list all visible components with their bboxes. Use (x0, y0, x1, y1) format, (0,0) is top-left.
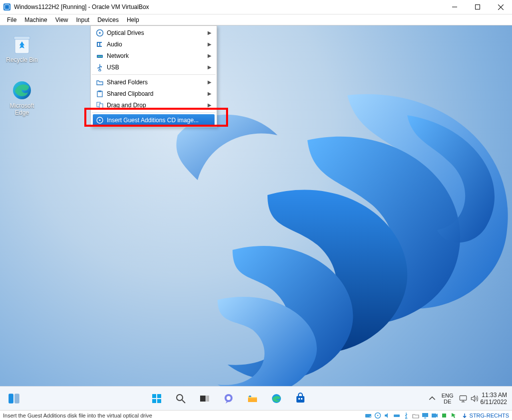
close-button[interactable] (489, 0, 512, 14)
maximize-button[interactable] (466, 0, 489, 14)
store-button[interactable] (290, 389, 310, 409)
svg-point-33 (177, 395, 183, 401)
submenu-arrow-icon: ▶ (208, 53, 214, 58)
svg-point-18 (101, 56, 102, 57)
menu-item-shared-clipboard[interactable]: Shared Clipboard▶ (91, 88, 217, 99)
svg-rect-2 (5, 5, 9, 9)
submenu-arrow-icon: ▶ (208, 91, 214, 96)
window-title: Windows1122H2 [Running] - Oracle VM Virt… (14, 3, 443, 10)
svg-rect-55 (432, 414, 436, 418)
svg-rect-35 (200, 396, 206, 402)
edge-taskbar-button[interactable] (266, 389, 286, 409)
vb-audio-icon[interactable] (383, 412, 391, 420)
svg-line-34 (182, 400, 185, 403)
recycle-bin-icon (11, 33, 33, 55)
guest-desktop[interactable]: Recycle Bin Microsoft Edge Optical Drive… (0, 25, 512, 410)
svg-point-26 (99, 119, 101, 121)
search-button[interactable] (171, 389, 191, 409)
svg-rect-45 (460, 396, 467, 400)
usb-icon (94, 63, 106, 71)
svg-rect-53 (422, 413, 428, 417)
svg-rect-40 (249, 396, 251, 397)
language-indicator[interactable]: ENG DE (439, 393, 457, 405)
menu-separator (92, 112, 216, 113)
svg-point-11 (99, 32, 101, 34)
submenu-arrow-icon: ▶ (208, 64, 214, 70)
submenu-arrow-icon: ▶ (208, 41, 214, 47)
vb-optical-icon[interactable] (374, 412, 382, 420)
submenu-arrow-icon: ▶ (208, 79, 214, 85)
desktop-icon-label: Recycle Bin (3, 56, 41, 63)
minimize-button[interactable] (443, 0, 466, 14)
statusbar-hint: Insert the Guest Additions disk file int… (0, 413, 364, 419)
menu-help[interactable]: Help (123, 15, 143, 24)
clock[interactable]: 11:33 AM 6/11/2022 (481, 392, 507, 406)
edge-icon (11, 79, 33, 101)
svg-rect-29 (152, 394, 156, 398)
svg-rect-39 (248, 398, 257, 402)
menu-item-insert-guest-additions[interactable]: Insert Guest Additions CD image... (93, 114, 215, 126)
network-icon (94, 52, 106, 60)
menu-item-usb[interactable]: USB▶ (91, 61, 217, 73)
statusbar-indicators (364, 412, 460, 420)
vb-sharedfolder-icon[interactable] (412, 412, 420, 420)
devices-menu-dropdown: Optical Drives▶ Audio▶ Network▶ USB▶ Sha… (90, 25, 217, 127)
vb-harddisk-icon[interactable] (364, 412, 372, 420)
virtualbox-statusbar: Insert the Guest Additions disk file int… (0, 410, 512, 420)
submenu-arrow-icon: ▶ (208, 102, 214, 108)
menu-item-audio[interactable]: Audio▶ (91, 38, 217, 50)
svg-rect-32 (157, 399, 161, 403)
svg-rect-8 (14, 36, 30, 39)
clipboard-icon (94, 90, 106, 98)
taskview-button[interactable] (195, 389, 215, 409)
menu-view[interactable]: View (51, 15, 72, 24)
widgets-button[interactable] (4, 389, 24, 409)
svg-rect-44 (301, 398, 302, 400)
svg-point-49 (370, 416, 371, 417)
menu-devices[interactable]: Devices (93, 15, 123, 24)
menu-item-shared-folders[interactable]: Shared Folders▶ (91, 76, 217, 88)
vb-display-icon[interactable] (421, 412, 429, 420)
vb-recording-icon[interactable] (431, 412, 439, 420)
svg-rect-20 (98, 67, 99, 68)
menu-item-drag-and-drop[interactable]: Drag and Drop▶ (91, 99, 217, 111)
desktop-icon-edge[interactable]: Microsoft Edge (3, 79, 41, 116)
dragdrop-icon (94, 101, 106, 109)
svg-rect-24 (99, 104, 103, 108)
vb-network-icon[interactable] (393, 412, 401, 420)
svg-rect-43 (298, 398, 300, 400)
menu-file[interactable]: File (3, 15, 20, 24)
svg-rect-28 (14, 394, 19, 404)
audio-icon (94, 40, 106, 48)
svg-point-17 (99, 56, 100, 57)
menu-machine[interactable]: Machine (20, 15, 51, 24)
submenu-arrow-icon: ▶ (208, 30, 214, 35)
chat-button[interactable] (219, 389, 239, 409)
start-button[interactable] (147, 389, 167, 409)
host-key-indicator[interactable]: STRG-RECHTS (460, 413, 512, 419)
vb-cpu-icon[interactable] (440, 412, 448, 420)
svg-point-38 (227, 396, 231, 400)
menu-input[interactable]: Input (72, 15, 94, 24)
disc-insert-icon (94, 116, 106, 124)
svg-point-19 (101, 66, 102, 67)
svg-rect-30 (157, 394, 161, 398)
vb-usb-icon[interactable] (402, 412, 410, 420)
network-tray-icon[interactable] (459, 394, 468, 403)
svg-point-51 (377, 415, 379, 416)
menubar: File Machine View Input Devices Help (0, 14, 512, 25)
svg-rect-14 (100, 43, 102, 46)
menu-item-optical-drives[interactable]: Optical Drives▶ (91, 27, 217, 38)
titlebar: Windows1122H2 [Running] - Oracle VM Virt… (0, 0, 512, 14)
explorer-button[interactable] (243, 389, 262, 409)
desktop-icon-recycle-bin[interactable]: Recycle Bin (3, 33, 41, 63)
svg-rect-52 (394, 415, 400, 417)
svg-rect-31 (152, 399, 156, 403)
tray-chevron-icon[interactable] (428, 394, 437, 403)
vb-mouse-icon[interactable] (450, 412, 458, 420)
svg-rect-21 (97, 91, 102, 97)
disc-icon (94, 29, 106, 37)
menu-item-network[interactable]: Network▶ (91, 50, 217, 61)
volume-tray-icon[interactable] (470, 394, 479, 403)
virtualbox-app-icon (3, 3, 11, 11)
